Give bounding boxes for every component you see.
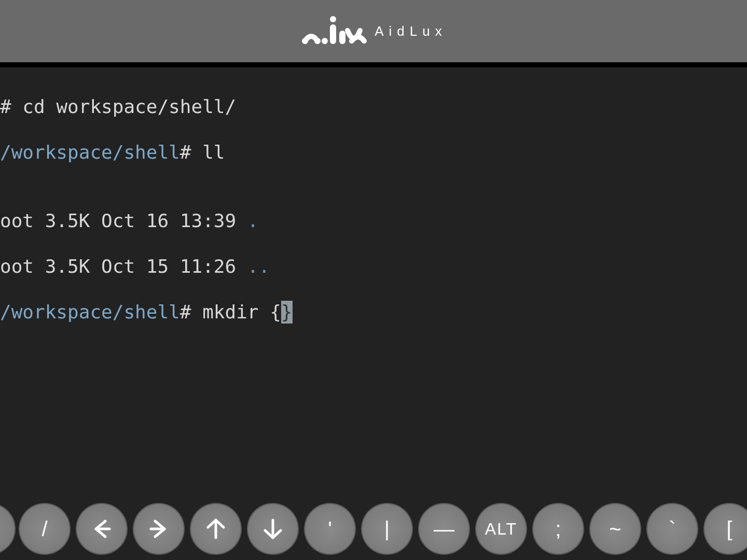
arrow-right-key[interactable] [133,503,185,555]
key-label: / [42,517,47,541]
key-label: ; [555,517,561,541]
terminal-line: /workspace/shell# mkdir {} [0,301,747,324]
arrow-up-key[interactable] [190,503,242,555]
terminal-line: # cd workspace/shell/ [0,95,747,118]
alt-key[interactable]: ALT [475,503,527,555]
key-label: ~ [609,517,621,541]
tilde-key[interactable]: ~ [589,503,641,555]
key-label: — [434,517,454,541]
key-label: ALT [485,520,517,539]
arrow-up-icon [204,517,228,541]
dash-key[interactable]: — [418,503,470,555]
terminal-line: oot 3.5K Oct 16 13:39 . [0,209,747,232]
arrow-left-key[interactable] [76,503,128,555]
arrow-right-icon [147,517,171,541]
arrow-down-icon [261,517,285,541]
key-label: ` [669,517,675,541]
terminal-line: oot 3.5K Oct 15 11:26 .. [0,255,747,278]
aidlux-logo-icon [300,15,367,47]
terminal[interactable]: # cd workspace/shell/ /workspace/shell# … [0,67,747,560]
softkey-row: / ' | — ALT ; ~ ` [ [0,493,747,560]
app-header: AidLux [0,0,747,62]
arrow-down-key[interactable] [247,503,299,555]
svg-point-1 [314,38,321,44]
key-label: ' [328,517,332,541]
terminal-line: /workspace/shell# ll [0,141,747,164]
key-label: [ [726,517,732,541]
key-label: | [384,517,390,541]
svg-point-4 [330,16,336,22]
svg-rect-5 [339,31,345,44]
prev-partial-key[interactable] [0,503,16,555]
brand: AidLux [300,15,447,47]
pipe-key[interactable]: | [361,503,413,555]
bracket-key[interactable]: [ [703,503,747,555]
slash-key[interactable]: / [19,503,71,555]
semicolon-key[interactable]: ; [532,503,584,555]
brand-text: AidLux [375,23,447,39]
arrow-left-icon [90,517,114,541]
backtick-key[interactable]: ` [646,503,698,555]
svg-point-2 [322,38,328,44]
terminal-cursor: } [281,301,293,324]
svg-rect-3 [330,24,336,44]
apostrophe-key[interactable]: ' [304,503,356,555]
